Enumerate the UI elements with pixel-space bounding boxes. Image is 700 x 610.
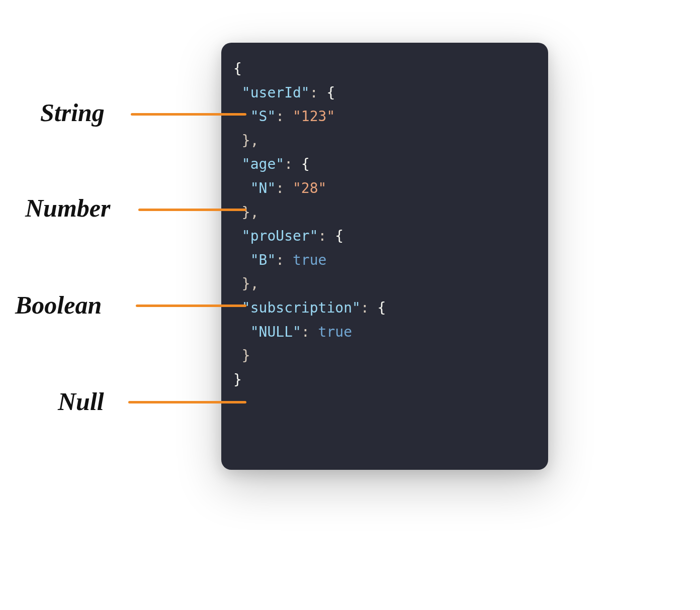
annotation-string-label: String xyxy=(40,98,105,127)
indent xyxy=(233,324,250,340)
key-s: "S" xyxy=(250,108,276,125)
indent xyxy=(233,204,242,221)
annotation-boolean-line xyxy=(136,304,246,307)
colon: : xyxy=(361,299,378,316)
key-prouser: "proUser" xyxy=(242,228,318,244)
code-line-age-open: "age": { xyxy=(233,152,536,176)
brace-close: }, xyxy=(242,132,259,149)
annotation-number-line xyxy=(138,209,246,211)
key-subscription: "subscription" xyxy=(242,299,361,316)
code-line-b: "B": true xyxy=(233,248,536,272)
code-line-userid-close: }, xyxy=(233,129,536,153)
code-line-subscription-open: "subscription": { xyxy=(233,296,536,320)
val-true-1: true xyxy=(293,252,326,268)
code-line-n: "N": "28" xyxy=(233,176,536,200)
val-123: "123" xyxy=(293,108,335,125)
annotation-null-line xyxy=(128,401,246,403)
indent xyxy=(233,299,242,316)
indent xyxy=(233,347,242,364)
annotation-number-label: Number xyxy=(25,193,110,223)
colon: : xyxy=(276,180,293,196)
diagram-canvas: { "userId": { "S": "123" }, "age": { "N"… xyxy=(0,0,700,610)
key-null: "NULL" xyxy=(250,324,301,340)
indent xyxy=(233,156,242,172)
code-card: { "userId": { "S": "123" }, "age": { "N"… xyxy=(221,43,548,470)
colon: : xyxy=(276,252,293,268)
code-line-null: "NULL": true xyxy=(233,320,536,344)
brace: { xyxy=(301,156,310,172)
code-line-prouser-open: "proUser": { xyxy=(233,224,536,248)
indent xyxy=(233,228,242,244)
annotation-string-line xyxy=(131,113,246,116)
indent xyxy=(233,180,250,196)
val-28: "28" xyxy=(293,180,326,196)
code-line-subscription-close: } xyxy=(233,344,536,368)
code-line-final-close: } xyxy=(233,368,536,392)
indent xyxy=(233,132,242,149)
colon: : xyxy=(284,156,301,172)
code-line-age-close: }, xyxy=(233,200,536,225)
colon: : xyxy=(276,108,293,125)
indent xyxy=(233,275,242,292)
indent xyxy=(233,84,242,101)
colon: : xyxy=(310,84,327,101)
brace-close: }, xyxy=(242,275,259,292)
brace-close: } xyxy=(242,347,250,364)
code-line-s: "S": "123" xyxy=(233,105,536,129)
val-true-2: true xyxy=(318,324,352,340)
colon: : xyxy=(301,324,318,340)
key-b: "B" xyxy=(250,252,276,268)
brace: { xyxy=(378,299,386,316)
indent xyxy=(233,252,250,268)
brace: { xyxy=(335,228,343,244)
annotation-null-label: Null xyxy=(58,387,104,416)
key-age: "age" xyxy=(242,156,284,172)
key-n: "N" xyxy=(250,180,276,196)
colon: : xyxy=(318,228,335,244)
brace-close: }, xyxy=(242,204,259,221)
indent xyxy=(233,108,250,125)
brace: { xyxy=(326,84,335,101)
key-userid: "userId" xyxy=(242,84,310,101)
annotation-boolean-label: Boolean xyxy=(15,290,102,320)
code-line-prouser-close: }, xyxy=(233,272,536,296)
code-line-open: { xyxy=(233,57,536,81)
code-line-userid-open: "userId": { xyxy=(233,81,536,105)
